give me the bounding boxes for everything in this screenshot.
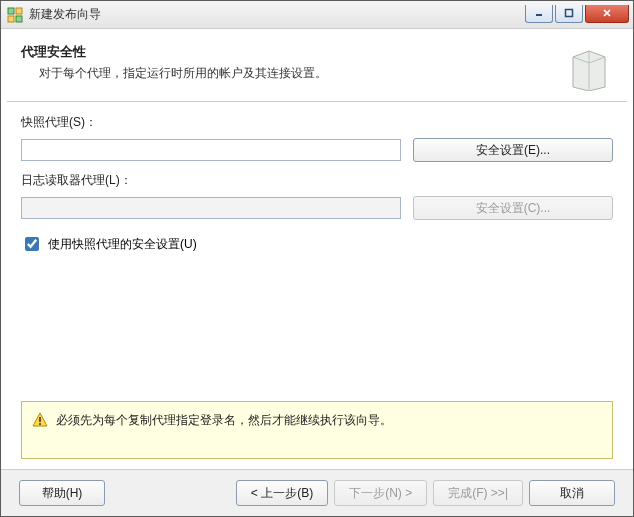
wizard-body: 快照代理(S)： 安全设置(E)... 日志读取器代理(L)： 安全设置(C).… [1, 102, 633, 469]
page-subtitle: 对于每个代理，指定运行时所用的帐户及其连接设置。 [39, 65, 555, 82]
warning-icon [32, 412, 48, 431]
logreader-agent-label: 日志读取器代理(L)： [21, 172, 613, 189]
logreader-agent-input [21, 197, 401, 219]
finish-button: 完成(F) >>| [433, 480, 523, 506]
wizard-window: 新建发布向导 代理安全性 对于每个代理，指定运行时所用的帐户及其连接设置。 [0, 0, 634, 517]
use-snapshot-security-label: 使用快照代理的安全设置(U) [48, 236, 197, 253]
use-snapshot-security-row: 使用快照代理的安全设置(U) [21, 234, 613, 254]
snapshot-agent-input[interactable] [21, 139, 401, 161]
help-button[interactable]: 帮助(H) [19, 480, 105, 506]
svg-rect-5 [566, 10, 573, 17]
titlebar: 新建发布向导 [1, 1, 633, 29]
window-controls [523, 5, 629, 25]
wizard-header: 代理安全性 对于每个代理，指定运行时所用的帐户及其连接设置。 [1, 29, 633, 101]
window-title: 新建发布向导 [29, 6, 101, 23]
page-title: 代理安全性 [21, 43, 555, 61]
close-button[interactable] [585, 5, 629, 23]
back-button[interactable]: < 上一步(B) [236, 480, 328, 506]
svg-rect-3 [16, 16, 22, 22]
app-icon [7, 7, 23, 23]
svg-rect-2 [8, 16, 14, 22]
svg-point-11 [39, 423, 41, 425]
use-snapshot-security-checkbox[interactable] [25, 237, 39, 251]
maximize-button[interactable] [555, 5, 583, 23]
snapshot-agent-row: 快照代理(S)： [21, 114, 613, 134]
cancel-button[interactable]: 取消 [529, 480, 615, 506]
minimize-button[interactable] [525, 5, 553, 23]
wizard-footer: 帮助(H) < 上一步(B) 下一步(N) > 完成(F) >>| 取消 [1, 469, 633, 516]
warning-text: 必须先为每个复制代理指定登录名，然后才能继续执行该向导。 [56, 412, 392, 429]
header-graphic-icon [565, 43, 613, 91]
header-text-block: 代理安全性 对于每个代理，指定运行时所用的帐户及其连接设置。 [21, 43, 555, 91]
snapshot-security-button[interactable]: 安全设置(E)... [413, 138, 613, 162]
snapshot-agent-line: 安全设置(E)... [21, 138, 613, 162]
snapshot-agent-label: 快照代理(S)： [21, 114, 613, 131]
logreader-security-button: 安全设置(C)... [413, 196, 613, 220]
svg-rect-1 [16, 8, 22, 14]
svg-rect-0 [8, 8, 14, 14]
logreader-agent-line: 安全设置(C)... [21, 196, 613, 220]
warning-panel: 必须先为每个复制代理指定登录名，然后才能继续执行该向导。 [21, 401, 613, 459]
logreader-agent-row: 日志读取器代理(L)： [21, 172, 613, 192]
next-button: 下一步(N) > [334, 480, 427, 506]
